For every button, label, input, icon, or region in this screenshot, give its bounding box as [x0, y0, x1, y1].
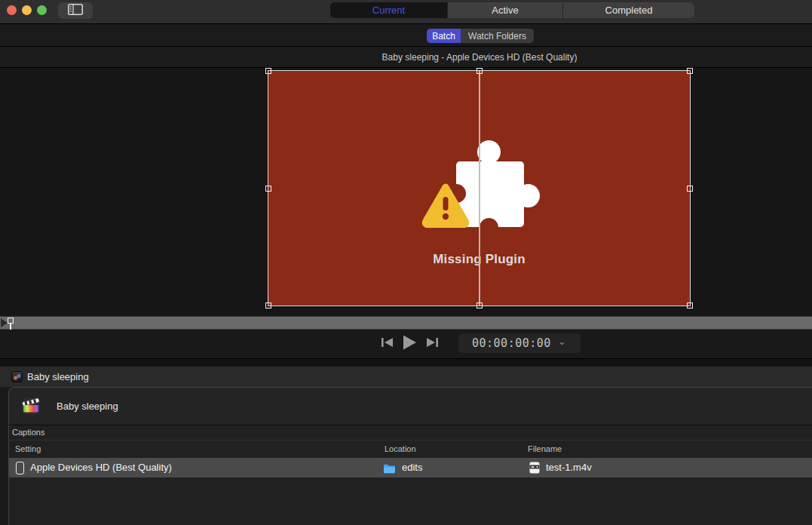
- output-location: edits: [402, 462, 422, 473]
- toggle-sidebar-button[interactable]: [58, 2, 93, 19]
- preview-title: Baby sleeping - Apple Devices HD (Best Q…: [268, 47, 691, 68]
- column-header-setting: Setting: [15, 444, 41, 453]
- source-row[interactable]: Baby sleeping: [9, 388, 812, 425]
- puzzle-tab-right: [516, 184, 540, 207]
- timecode-display[interactable]: 00:00:00:00 ⌄: [458, 333, 581, 353]
- mode-segmented-control: Batch Watch Folders: [427, 29, 534, 43]
- playhead-arrow-icon: [1, 318, 8, 327]
- zoom-window-button[interactable]: [37, 5, 47, 15]
- play-button[interactable]: [400, 336, 418, 352]
- panel-separator: [0, 358, 812, 367]
- tab-completed[interactable]: Completed: [563, 2, 694, 18]
- selection-handle-top-left[interactable]: [265, 68, 271, 74]
- timecode-value: 00:00:00:00: [472, 336, 551, 350]
- tab-current[interactable]: Current: [330, 2, 448, 18]
- job-card: Baby sleeping Captions Setting Location …: [8, 387, 812, 525]
- folder-icon: [383, 463, 396, 477]
- source-name: Baby sleeping: [57, 401, 118, 412]
- captions-section: Captions: [9, 425, 812, 440]
- puzzle-tab-top: [477, 140, 501, 164]
- job-title: Baby sleeping: [27, 371, 89, 382]
- job-thumbnail: [11, 371, 23, 382]
- output-row[interactable]: Apple Devices HD (Best Quality) edits te…: [9, 458, 812, 477]
- go-to-start-button[interactable]: [379, 338, 394, 350]
- view-segmented-control: Current Active Completed: [330, 2, 694, 18]
- tab-active[interactable]: Active: [448, 2, 563, 18]
- go-to-end-button[interactable]: [424, 338, 440, 350]
- column-header-location: Location: [385, 444, 416, 453]
- selection-handle-bottom-left[interactable]: [265, 302, 271, 309]
- file-icon: [529, 462, 540, 477]
- selection-handle-bottom-center[interactable]: [476, 302, 483, 309]
- sidebar-icon: [68, 4, 83, 18]
- final-cut-clapper-icon: [21, 396, 41, 419]
- play-icon: [402, 335, 417, 353]
- selection-handle-bottom-right[interactable]: [687, 302, 693, 309]
- close-window-button[interactable]: [7, 5, 17, 15]
- selection-handle-middle-left[interactable]: [265, 186, 271, 192]
- skip-forward-icon: [426, 337, 439, 351]
- selection-handle-top-right[interactable]: [687, 68, 693, 74]
- selection-handle-middle-right[interactable]: [687, 186, 693, 192]
- preview-title-row: Baby sleeping - Apple Devices HD (Best Q…: [0, 46, 812, 67]
- timeline-scrubber[interactable]: [0, 316, 812, 330]
- chevron-down-icon: ⌄: [558, 338, 566, 345]
- column-header-filename: Filename: [528, 444, 562, 453]
- warning-icon: [421, 183, 470, 231]
- titlebar: Current Active Completed: [0, 0, 812, 23]
- job-card-empty-area: [9, 477, 812, 525]
- puzzle-notch-bottom: [480, 218, 498, 237]
- transport-bar: 00:00:00:00 ⌄: [0, 330, 812, 358]
- mode-tab-row: Batch Watch Folders: [0, 23, 812, 46]
- output-setting: Apple Devices HD (Best Quality): [30, 462, 172, 473]
- output-filename: test-1.m4v: [546, 462, 592, 473]
- tab-batch[interactable]: Batch: [427, 29, 461, 43]
- selection-handle-top-center[interactable]: [476, 68, 483, 74]
- split-divider[interactable]: [479, 71, 480, 305]
- minimize-window-button[interactable]: [22, 5, 32, 15]
- compressor-window: Current Active Completed Batch Watch Fol…: [0, 0, 812, 525]
- job-summary-row[interactable]: Baby sleeping: [0, 367, 812, 387]
- device-icon: [16, 462, 24, 474]
- skip-back-icon: [381, 337, 394, 351]
- output-table-header: Setting Location Filename: [9, 440, 812, 458]
- preview-frame[interactable]: Missing Plugin: [268, 71, 690, 305]
- tab-watch-folders[interactable]: Watch Folders: [461, 29, 534, 43]
- captions-label: Captions: [12, 428, 44, 437]
- preview-viewport: Missing Plugin: [0, 67, 812, 316]
